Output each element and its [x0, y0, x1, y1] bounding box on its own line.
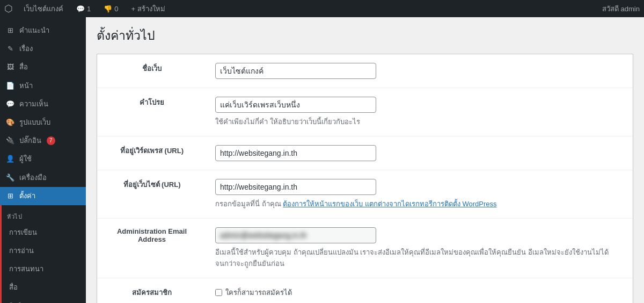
greeting-label: สวัสดี admin: [602, 3, 640, 15]
sidebar-item-label: ปลั๊กอิน: [19, 136, 41, 146]
comments-bar-item[interactable]: 💬 1: [72, 5, 95, 13]
wp-logo-icon: ⬡: [4, 3, 13, 15]
pages-icon: 📄: [5, 81, 15, 91]
submenu-item-writing[interactable]: การเขียน: [2, 223, 86, 242]
posts-icon: ✎: [5, 44, 15, 54]
create-new-button[interactable]: + สร้างใหม่: [127, 3, 169, 15]
membership-checkbox[interactable]: [215, 289, 222, 296]
sidebar-item-media[interactable]: 🖼 สื่อ: [0, 58, 86, 76]
sidebar-item-appearance[interactable]: 🎨 รูปแบบเว็บ: [0, 113, 86, 132]
table-row-site-title: ชื่อเว็บ: [97, 54, 633, 88]
sidebar-item-label: คำแนะนำ: [19, 26, 49, 35]
tagline-input[interactable]: [215, 97, 376, 113]
field-label-tagline: คำโปรย: [97, 88, 204, 136]
comments-count: 1: [87, 5, 91, 13]
thumbsdown-bar-item[interactable]: 👎 0: [99, 5, 122, 13]
submenu-label: สื่อ: [9, 283, 18, 292]
sidebar-item-label: หน้า: [19, 81, 33, 91]
submenu-item-permalinks[interactable]: ลิงก์อาวร: [2, 297, 86, 303]
main-content: ตั้งค่าทั่วไป ชื่อเว็บ คำโปรย: [86, 17, 644, 303]
sidebar-item-users[interactable]: 👤 ผู้ใช้: [0, 150, 86, 168]
settings-form: ชื่อเว็บ คำโปรย ใช้คำเพียงไม่กี่คำ ให้อธ…: [97, 54, 633, 303]
thumbsdown-count: 0: [114, 5, 118, 13]
field-label-site-title: ชื่อเว็บ: [97, 54, 204, 88]
settings-submenu: หัวไป การเขียน การอ่าน การสนทนา สื่อ ลิง…: [0, 205, 86, 303]
page-title: ตั้งค่าทั่วไป: [97, 26, 633, 45]
site-address-link[interactable]: ต้องการให้หน้าแรกของเว็บ แตกต่างจากไดเรก…: [283, 200, 496, 208]
sidebar-item-pages[interactable]: 📄 หน้า: [0, 77, 86, 95]
users-icon: 👤: [5, 154, 15, 164]
sidebar-item-tools[interactable]: 🔧 เครื่องมือ: [0, 169, 86, 187]
sidebar-item-posts[interactable]: ✎ เรื่อง: [0, 40, 86, 58]
thumbsdown-icon: 👎: [104, 5, 112, 13]
submenu-item-media[interactable]: สื่อ: [2, 278, 86, 297]
sidebar-item-label: เครื่องมือ: [19, 173, 47, 183]
sidebar-item-label: สื่อ: [19, 62, 28, 72]
media-icon: 🖼: [5, 62, 15, 72]
site-name-bar[interactable]: เว็บไซต์แกงค์: [19, 3, 68, 15]
table-row-admin-email: Administration Email Address admin@websi…: [97, 219, 633, 278]
sidebar-item-dashboard[interactable]: ⊞ คำแนะนำ: [0, 21, 86, 40]
field-label-membership: สมัครสมาชิก: [97, 278, 204, 304]
membership-label: ใครก็สามารถสมัครได้: [225, 287, 292, 298]
tagline-description: ใช้คำเพียงไม่กี่คำ ให้อธิบายว่าเว็บนี้เก…: [215, 116, 622, 127]
tools-icon: 🔧: [5, 173, 15, 183]
comments-icon: 💬: [5, 99, 15, 109]
admin-email-description: อีเมลนี้ใช้สำหรับผู้ควบคุม ถ้าคุณเปลี่ยน…: [215, 247, 622, 269]
comments-icon: 💬: [76, 5, 85, 13]
admin-bar: ⬡ เว็บไซต์แกงค์ 💬 1 👎 0 + สร้างใหม่ สวัส…: [0, 0, 644, 17]
plugins-badge: 7: [47, 136, 55, 145]
site-title-input[interactable]: [215, 63, 376, 79]
admin-email-input[interactable]: admin@websitegang.in.th: [215, 227, 376, 243]
membership-row: ใครก็สามารถสมัครได้: [215, 287, 622, 298]
settings-icon: ⊞: [5, 191, 15, 201]
table-row-wp-address: ที่อยู่เวิร์ดเพรส (URL): [97, 136, 633, 170]
appearance-icon: 🎨: [5, 118, 15, 127]
sidebar-item-plugins[interactable]: 🔌 ปลั๊กอิน 7: [0, 132, 86, 150]
sidebar-item-comments[interactable]: 💬 ความเห็น: [0, 95, 86, 113]
site-address-input[interactable]: [215, 179, 376, 195]
submenu-label: ลิงก์อาวร: [9, 301, 36, 303]
form-table: ชื่อเว็บ คำโปรย ใช้คำเพียงไม่กี่คำ ให้อธ…: [97, 54, 633, 303]
submenu-label: การเขียน: [9, 228, 37, 237]
table-row-site-address: ที่อยู่เว็บไซต์ (URL) กรอกข้อมูลที่นี่ ถ…: [97, 170, 633, 219]
sidebar-item-label: ตั้งค่า: [19, 191, 35, 201]
sidebar-item-label: ความเห็น: [19, 99, 48, 109]
submenu-title: หัวไป: [2, 205, 86, 223]
field-label-wp-address: ที่อยู่เวิร์ดเพรส (URL): [97, 136, 204, 170]
sidebar-item-label: ผู้ใช้: [19, 154, 32, 164]
table-row-membership: สมัครสมาชิก ใครก็สามารถสมัครได้: [97, 278, 633, 304]
wp-address-input[interactable]: [215, 145, 376, 161]
field-label-site-address: ที่อยู่เว็บไซต์ (URL): [97, 170, 204, 219]
page-header: ตั้งค่าทั่วไป: [97, 26, 633, 45]
submenu-item-discussion[interactable]: การสนทนา: [2, 260, 86, 278]
plugins-icon: 🔌: [5, 136, 15, 146]
sidebar-item-label: รูปแบบเว็บ: [19, 118, 50, 127]
sidebar-item-label: เรื่อง: [19, 44, 33, 54]
sidebar-item-settings[interactable]: ⊞ ตั้งค่า: [0, 187, 86, 205]
field-label-admin-email: Administration Email Address: [97, 219, 204, 278]
sidebar: ⊞ คำแนะนำ ✎ เรื่อง 🖼 สื่อ 📄 หน้า 💬 ความเ…: [0, 17, 86, 303]
table-row-tagline: คำโปรย ใช้คำเพียงไม่กี่คำ ให้อธิบายว่าเว…: [97, 88, 633, 136]
dashboard-icon: ⊞: [5, 26, 15, 35]
site-address-description: กรอกข้อมูลที่นี่ ถ้าคุณ ต้องการให้หน้าแร…: [215, 198, 622, 210]
submenu-item-reading[interactable]: การอ่าน: [2, 242, 86, 260]
submenu-label: การอ่าน: [9, 246, 34, 256]
submenu-label: การสนทนา: [9, 264, 43, 274]
